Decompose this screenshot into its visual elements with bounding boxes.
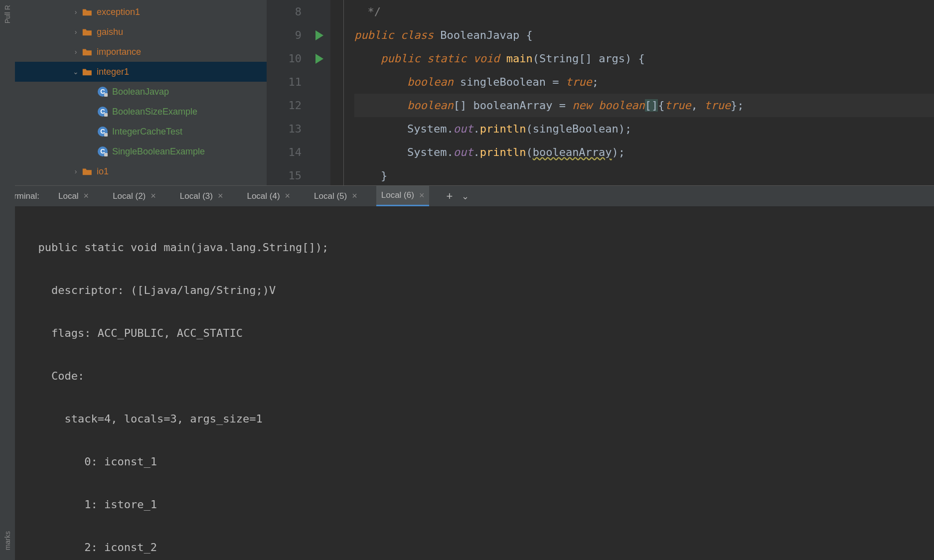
close-icon[interactable]: × bbox=[285, 191, 291, 201]
code-line: System.out.println(booleanArray); bbox=[354, 140, 934, 164]
terminal-line: descriptor: ([Ljava/lang/String;)V bbox=[25, 280, 934, 301]
code-line: boolean singleBoolean = true; bbox=[354, 70, 934, 94]
tree-class-booleanjavap[interactable]: C BooleanJavap bbox=[15, 82, 267, 102]
tree-folder-importance[interactable]: › importance bbox=[15, 42, 267, 62]
terminal-output[interactable]: public static void main(java.lang.String… bbox=[0, 206, 934, 560]
terminal-line: Code: bbox=[25, 365, 934, 387]
class-icon: C bbox=[97, 146, 108, 157]
terminal-line: 1: istore_1 bbox=[25, 494, 934, 515]
tree-folder-integer1[interactable]: ⌄ integer1 bbox=[15, 62, 267, 82]
terminal-tab-local-3[interactable]: Local (3)× bbox=[175, 186, 228, 206]
close-icon[interactable]: × bbox=[419, 190, 425, 201]
terminal-tab-bar: Terminal: Local× Local (2)× Local (3)× L… bbox=[0, 185, 934, 206]
close-icon[interactable]: × bbox=[151, 191, 156, 201]
editor-area: Pull R › exception1 › gaishu › importanc… bbox=[0, 0, 934, 185]
tree-folder-io1[interactable]: › io1 bbox=[15, 161, 267, 181]
terminal-line: stack=4, locals=3, args_size=1 bbox=[25, 408, 934, 429]
code-line: public class BooleanJavap { bbox=[354, 23, 934, 47]
code-editor[interactable]: 8 9 10 11 12 13 14 15 */ public class Bo… bbox=[267, 0, 934, 185]
terminal-tab-local[interactable]: Local× bbox=[53, 186, 94, 206]
code-line: */ bbox=[354, 0, 934, 23]
code-content[interactable]: */ public class BooleanJavap { public st… bbox=[330, 0, 934, 185]
terminal-line: 0: iconst_1 bbox=[25, 451, 934, 472]
run-gutter-icon[interactable] bbox=[315, 30, 323, 40]
chevron-right-icon[interactable]: › bbox=[70, 28, 82, 36]
tree-label: exception1 bbox=[97, 7, 140, 17]
close-icon[interactable]: × bbox=[218, 191, 223, 201]
left-rail: Pull R bbox=[0, 0, 15, 185]
line-number[interactable]: 14 bbox=[267, 140, 302, 164]
chevron-right-icon[interactable]: › bbox=[70, 8, 82, 16]
rail-pull-requests[interactable]: Pull R bbox=[3, 5, 11, 23]
code-line: } bbox=[354, 164, 934, 187]
folder-icon bbox=[82, 27, 93, 36]
chevron-right-icon[interactable]: › bbox=[70, 48, 82, 56]
svg-rect-2 bbox=[104, 93, 108, 97]
folder-icon bbox=[82, 67, 93, 76]
svg-rect-5 bbox=[104, 113, 108, 117]
line-number[interactable]: 13 bbox=[267, 117, 302, 140]
terminal-tab-local-5[interactable]: Local (5)× bbox=[309, 186, 362, 206]
tree-label: BooleanSizeExample bbox=[112, 107, 197, 117]
line-number[interactable]: 12 bbox=[267, 94, 302, 117]
tree-label: gaishu bbox=[97, 27, 123, 37]
tree-label: IntegerCacheTest bbox=[112, 127, 182, 137]
add-terminal-icon[interactable]: + bbox=[446, 190, 453, 203]
class-icon: C bbox=[97, 126, 108, 137]
chevron-down-icon[interactable]: ⌄ bbox=[70, 68, 82, 76]
class-icon: C bbox=[97, 106, 108, 117]
code-line: public static void main(String[] args) { bbox=[354, 47, 934, 70]
close-icon[interactable]: × bbox=[84, 191, 89, 201]
chevron-down-icon[interactable]: ⌄ bbox=[462, 191, 469, 202]
tree-folder-jvm[interactable]: › jvm bbox=[15, 181, 267, 185]
tree-label: BooleanJavap bbox=[112, 87, 169, 97]
terminal-line: public static void main(java.lang.String… bbox=[25, 237, 934, 258]
line-number[interactable]: 11 bbox=[267, 70, 302, 94]
rail-bookmarks[interactable]: marks bbox=[3, 531, 11, 550]
svg-rect-8 bbox=[104, 133, 108, 137]
svg-rect-11 bbox=[104, 153, 108, 156]
code-line: System.out.println(singleBoolean); bbox=[354, 117, 934, 140]
line-number[interactable]: 10 bbox=[267, 47, 302, 70]
tree-class-singlebooleanexample[interactable]: C SingleBooleanExample bbox=[15, 141, 267, 161]
tree-class-booleansizeexample[interactable]: C BooleanSizeExample bbox=[15, 102, 267, 122]
tree-folder-exception1[interactable]: › exception1 bbox=[15, 2, 267, 22]
terminal-tab-local-4[interactable]: Local (4)× bbox=[242, 186, 295, 206]
run-gutter-icon[interactable] bbox=[315, 54, 323, 64]
terminal-line: 2: iconst_2 bbox=[25, 537, 934, 558]
code-line-current: boolean[] booleanArray = new boolean[]{t… bbox=[354, 94, 934, 117]
terminal-tab-local-6[interactable]: Local (6)× bbox=[376, 186, 430, 206]
tree-label: io1 bbox=[97, 166, 109, 177]
close-icon[interactable]: × bbox=[352, 191, 357, 201]
class-icon: C bbox=[97, 86, 108, 97]
tree-folder-gaishu[interactable]: › gaishu bbox=[15, 22, 267, 42]
tree-class-integercachetest[interactable]: C IntegerCacheTest bbox=[15, 122, 267, 141]
line-number[interactable]: 8 bbox=[267, 0, 302, 23]
terminal-line: flags: ACC_PUBLIC, ACC_STATIC bbox=[25, 322, 934, 344]
line-number[interactable]: 15 bbox=[267, 164, 302, 187]
folder-icon bbox=[82, 7, 93, 16]
chevron-right-icon[interactable]: › bbox=[70, 167, 82, 175]
left-rail-bottom: marks bbox=[0, 185, 15, 560]
editor-gutter[interactable]: 8 9 10 11 12 13 14 15 bbox=[267, 0, 330, 185]
terminal-tab-local-2[interactable]: Local (2)× bbox=[108, 186, 161, 206]
tree-label: importance bbox=[97, 47, 141, 57]
tree-label: integer1 bbox=[97, 67, 129, 77]
tree-label: SingleBooleanExample bbox=[112, 146, 205, 157]
folder-icon bbox=[82, 167, 93, 176]
line-number[interactable]: 9 bbox=[267, 23, 302, 47]
project-tree[interactable]: › exception1 › gaishu › importance ⌄ int… bbox=[15, 0, 267, 185]
folder-icon bbox=[82, 47, 93, 56]
